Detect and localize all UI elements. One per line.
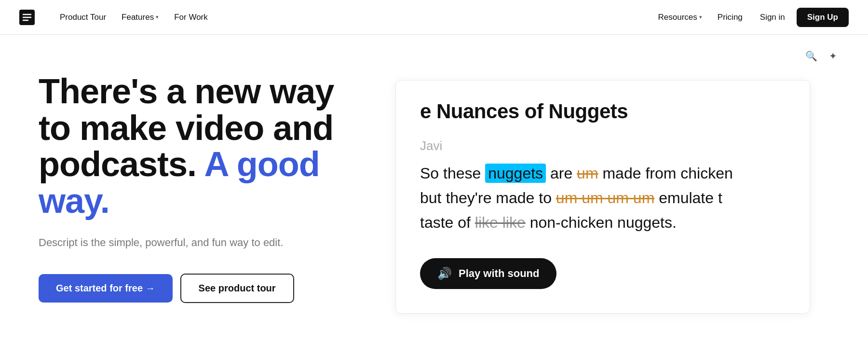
- hero-title: There's a new way to make video and podc…: [39, 73, 347, 219]
- transcript-um1: um: [577, 165, 598, 182]
- transcript-non-chicken: non-chicken nuggets.: [526, 214, 677, 231]
- transcript-like-like: like like: [475, 214, 526, 231]
- transcript-emulate: emulate t: [654, 189, 722, 207]
- play-with-sound-button[interactable]: 🔊 Play with sound: [420, 258, 556, 289]
- transcript-so-these: So these: [420, 165, 485, 182]
- see-product-tour-button[interactable]: See product tour: [180, 274, 294, 303]
- sign-in-button[interactable]: Sign in: [752, 9, 793, 26]
- editor-speaker-name: Javi: [420, 138, 786, 153]
- cta-buttons: Get started for free → See product tour: [39, 274, 347, 303]
- transcript-um-multi: um um um um: [556, 189, 654, 207]
- resources-chevron-icon: ▾: [699, 14, 702, 20]
- search-icon: 🔍: [805, 51, 817, 61]
- transcript-made-from: made from chicken: [598, 165, 733, 182]
- nav-product-tour[interactable]: Product Tour: [54, 9, 112, 26]
- transcript-nuggets-highlight: nuggets: [485, 164, 546, 183]
- sparkle-icon: ✦: [829, 51, 837, 61]
- navbar: Product Tour Features ▾ For Work Resourc…: [0, 0, 868, 35]
- search-button[interactable]: 🔍: [803, 48, 819, 64]
- get-started-button[interactable]: Get started for free →: [39, 274, 173, 303]
- transcript-but-theyre: but they're made to: [420, 189, 556, 207]
- speaker-icon: 🔊: [437, 267, 452, 280]
- features-chevron-icon: ▾: [156, 14, 159, 20]
- logo[interactable]: [19, 10, 35, 25]
- right-panel: 🔍 ✦ e Nuances of Nuggets Javi So these n…: [376, 35, 868, 359]
- sparkle-button[interactable]: ✦: [827, 48, 839, 64]
- logo-icon: [19, 10, 35, 25]
- nav-features[interactable]: Features ▾: [116, 9, 164, 26]
- nav-for-work[interactable]: For Work: [168, 9, 214, 26]
- hero-title-accent: A good way.: [39, 145, 320, 220]
- nav-right: Resources ▾ Pricing Sign in Sign Up: [652, 8, 849, 27]
- main-content: There's a new way to make video and podc…: [0, 35, 868, 359]
- nav-left: Product Tour Features ▾ For Work: [54, 9, 214, 26]
- transcript-are: are: [546, 165, 577, 182]
- top-right-icons: 🔍 ✦: [803, 48, 839, 64]
- transcript-taste-of: taste of: [420, 214, 475, 231]
- play-btn-container: 🔊 Play with sound: [420, 258, 786, 289]
- nav-resources[interactable]: Resources ▾: [652, 9, 708, 26]
- nav-pricing[interactable]: Pricing: [712, 9, 748, 26]
- editor-demo: e Nuances of Nuggets Javi So these nugge…: [395, 80, 810, 314]
- play-with-sound-label: Play with sound: [459, 267, 539, 280]
- editor-demo-title: e Nuances of Nuggets: [420, 100, 786, 123]
- hero-subtitle: Descript is the simple, powerful, and fu…: [39, 235, 318, 250]
- left-panel: There's a new way to make video and podc…: [0, 35, 376, 359]
- transcript-text: So these nuggets are um made from chicke…: [420, 161, 786, 235]
- sign-up-button[interactable]: Sign Up: [797, 8, 849, 27]
